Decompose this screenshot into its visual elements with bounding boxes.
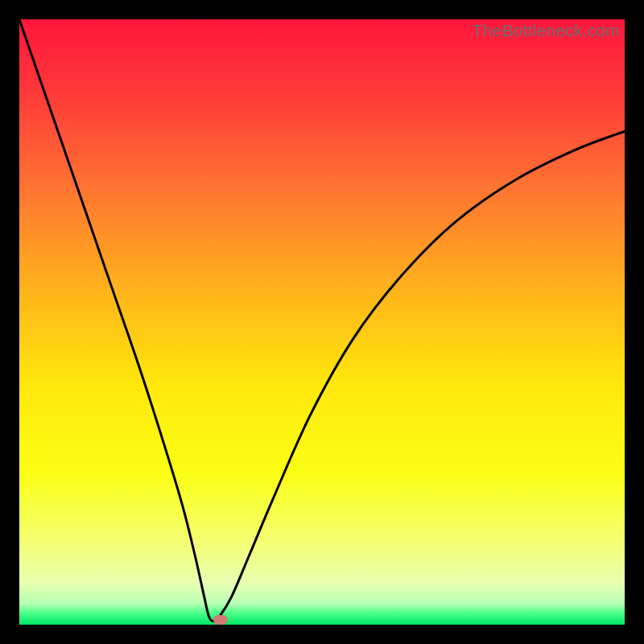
chart-background <box>19 19 625 625</box>
chart-frame: TheBottleneck.com <box>19 19 625 625</box>
svg-rect-0 <box>19 19 625 625</box>
optimal-point-marker <box>213 615 228 625</box>
watermark-text: TheBottleneck.com <box>473 21 620 40</box>
